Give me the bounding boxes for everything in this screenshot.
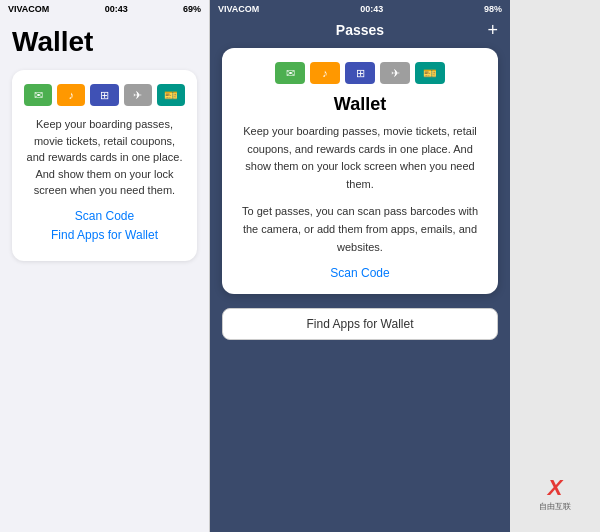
- r-plane-icon: ✈: [380, 62, 410, 84]
- right-carrier: VIVACOM: [218, 4, 259, 14]
- right-time: 00:43: [360, 4, 383, 14]
- ticket-icon: 🎫: [157, 84, 185, 106]
- r-music-icon: ♪: [310, 62, 340, 84]
- find-apps-button[interactable]: Find Apps for Wallet: [222, 308, 498, 340]
- left-battery: 69%: [183, 4, 201, 14]
- icons-row: ✉ ♪ ⊞ ✈ 🎫: [24, 84, 185, 106]
- right-battery: 98%: [484, 4, 502, 14]
- grid-icon: ⊞: [90, 84, 118, 106]
- watermark-sub: 自由互联: [539, 501, 571, 512]
- right-scan-link[interactable]: Scan Code: [238, 266, 482, 280]
- right-description1: Keep your boarding passes, movie tickets…: [238, 123, 482, 193]
- r-grid-icon: ⊞: [345, 62, 375, 84]
- wallet-card: ✉ ♪ ⊞ ✈ 🎫 Keep your boarding passes, mov…: [12, 70, 197, 261]
- left-time: 00:43: [105, 4, 128, 14]
- scan-code-link[interactable]: Scan Code: [24, 209, 185, 223]
- card-description: Keep your boarding passes, movie tickets…: [24, 116, 185, 199]
- envelope-icon: ✉: [24, 84, 52, 106]
- right-status-bar: VIVACOM 00:43 98%: [210, 0, 510, 18]
- r-envelope-icon: ✉: [275, 62, 305, 84]
- right-icons-row: ✉ ♪ ⊞ ✈ 🎫: [238, 62, 482, 84]
- r-ticket-icon: 🎫: [415, 62, 445, 84]
- left-phone: VIVACOM 00:43 69% Wallet ✉ ♪ ⊞ ✈ 🎫 Keep …: [0, 0, 210, 532]
- passes-header: Passes +: [210, 18, 510, 42]
- find-apps-link[interactable]: Find Apps for Wallet: [24, 228, 185, 242]
- plane-icon: ✈: [124, 84, 152, 106]
- right-description2: To get passes, you can scan pass barcode…: [238, 203, 482, 256]
- wallet-title: Wallet: [12, 26, 197, 58]
- watermark-area: X 自由互联: [510, 0, 600, 532]
- left-status-bar: VIVACOM 00:43 69%: [0, 0, 209, 18]
- add-pass-button[interactable]: +: [487, 20, 498, 41]
- right-phone: VIVACOM 00:43 98% Passes + ✉ ♪ ⊞ ✈ 🎫 Wal…: [210, 0, 510, 532]
- right-wallet-title: Wallet: [238, 94, 482, 115]
- left-content: Wallet ✉ ♪ ⊞ ✈ 🎫 Keep your boarding pass…: [0, 18, 209, 532]
- left-carrier: VIVACOM: [8, 4, 49, 14]
- music-icon: ♪: [57, 84, 85, 106]
- right-wallet-card: ✉ ♪ ⊞ ✈ 🎫 Wallet Keep your boarding pass…: [222, 48, 498, 294]
- x-logo: X: [548, 475, 563, 501]
- passes-title: Passes: [336, 22, 384, 38]
